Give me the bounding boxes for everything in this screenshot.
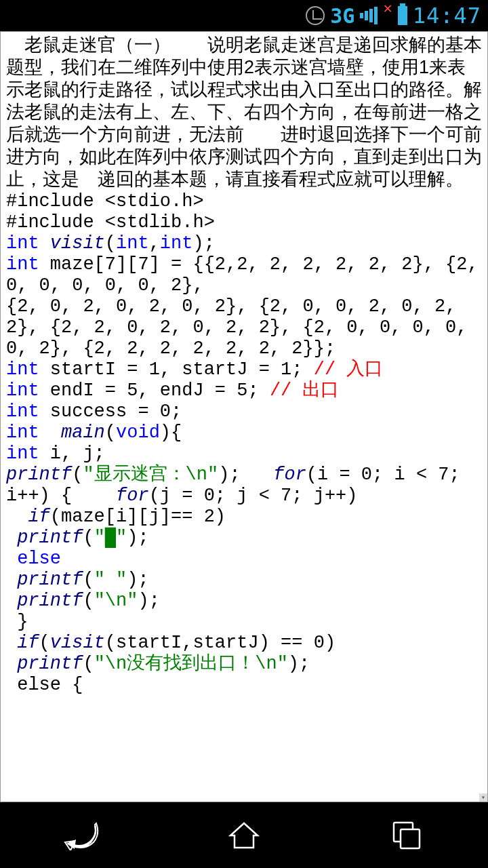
battery-icon bbox=[398, 6, 407, 25]
back-icon bbox=[64, 821, 99, 850]
alarm-icon bbox=[306, 6, 325, 25]
home-button[interactable] bbox=[224, 815, 264, 856]
scroll-down-arrow[interactable]: ▾ bbox=[479, 793, 487, 802]
recent-apps-button[interactable] bbox=[386, 815, 427, 856]
sim-error-icon: ✕ bbox=[383, 0, 392, 16]
description-text: 老鼠走迷官（一） 说明老鼠走迷宫是递回求解的基本题型，我们在二维阵列中使用2表示… bbox=[6, 35, 482, 189]
back-button[interactable] bbox=[61, 815, 102, 856]
navigation-bar bbox=[0, 802, 488, 868]
clock: 14:47 bbox=[413, 3, 481, 28]
home-icon bbox=[228, 821, 260, 850]
document-viewport[interactable]: 老鼠走迷官（一） 说明老鼠走迷宫是递回求解的基本题型，我们在二维阵列中使用2表示… bbox=[0, 31, 488, 802]
svg-rect-2 bbox=[401, 829, 420, 848]
signal-icon bbox=[360, 7, 378, 24]
recent-icon bbox=[391, 820, 422, 851]
network-label: 3G bbox=[330, 4, 354, 28]
code-text: 老鼠走迷官（一） 说明老鼠走迷宫是递回求解的基本题型，我们在二维阵列中使用2表示… bbox=[1, 32, 487, 698]
status-bar: 3G ✕ 14:47 bbox=[0, 0, 488, 31]
